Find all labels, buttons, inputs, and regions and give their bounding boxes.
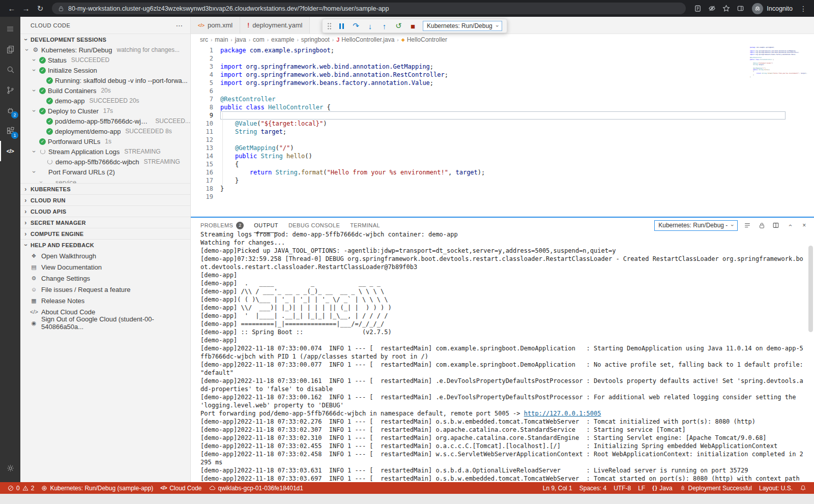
line-number: 19 <box>191 193 213 201</box>
help-item[interactable]: ▤View Documentation <box>20 261 190 273</box>
gcp-project-status[interactable]: qwiklabs-gcp-01-036fe18401d1 <box>206 482 307 494</box>
step-over-button[interactable]: ↷ <box>352 21 360 31</box>
deployment-status[interactable]: Deployment Successful <box>676 485 755 492</box>
tree-item[interactable]: ›✓Initialize Session <box>20 65 190 75</box>
tree-item[interactable]: ›service <box>20 177 190 183</box>
extensions-badge: 1 <box>11 132 18 139</box>
close-panel-icon[interactable]: × <box>800 221 809 230</box>
explorer-icon[interactable] <box>0 39 20 60</box>
tree-item[interactable]: ✓Portforward URLs1s <box>20 136 190 146</box>
tree-item[interactable]: ›⚙Kubernetes: Run/Debugwatching for chan… <box>20 45 190 55</box>
tree-item[interactable]: ›✓StatusSUCCEEDED <box>20 55 190 65</box>
panel-scrollbar-thumb[interactable] <box>808 246 813 332</box>
section-development-sessions[interactable]: › DEVELOPMENT SESSIONS <box>20 34 190 45</box>
tree-item[interactable]: ›✓Build Containers20s <box>20 85 190 96</box>
tree-item[interactable]: ✓pod/demo-app-5ffb7666dc-wjbchSUCCEED... <box>20 116 190 126</box>
breadcrumb-item[interactable]: java <box>235 36 246 43</box>
tree-item[interactable]: ›Port Forward URLs (2) <box>20 167 190 177</box>
sidebar-section-cloud-apis[interactable]: ›CLOUD APIS <box>20 205 190 217</box>
cursor-position[interactable]: Ln 9, Col 1 <box>539 485 576 492</box>
breadcrumb-item[interactable]: springboot <box>301 36 330 43</box>
eol-status[interactable]: LF <box>634 485 649 492</box>
pause-button[interactable] <box>337 23 346 29</box>
run-debug-icon[interactable]: 2 <box>0 100 20 121</box>
settings-gear-icon[interactable] <box>0 458 20 478</box>
encoding-status[interactable]: UTF-8 <box>610 485 634 492</box>
reload-button[interactable]: ↻ <box>34 2 47 15</box>
more-actions-icon[interactable]: ⋯ <box>176 21 184 29</box>
breadcrumb-item[interactable]: src <box>200 36 208 43</box>
debug-profile-select[interactable]: Kubernetes: Run/Debug › <box>423 21 502 31</box>
clipboard-icon[interactable] <box>691 2 704 15</box>
forward-button[interactable]: → <box>19 2 33 15</box>
breadcrumb-item[interactable]: main <box>215 36 228 43</box>
help-item[interactable]: ▦Release Notes <box>20 295 190 306</box>
tree-item[interactable]: ✓demo-appSUCCEEDED 20s <box>20 96 190 106</box>
chevron-down-icon: › <box>22 242 30 248</box>
code-line: public class HelloController { <box>220 103 814 111</box>
tab-deployment.yaml[interactable]: !deployment.yaml <box>240 17 310 34</box>
split-panel-icon[interactable] <box>771 221 780 230</box>
code-token <box>257 128 260 135</box>
tree-item[interactable]: ✓Running: skaffold debug -v info --port-… <box>20 75 190 85</box>
output-channel-select[interactable]: Kubernetes: Run/Debug - › <box>654 220 738 231</box>
address-bar[interactable]: 80-my-workstation.cluster-ug6zlz43wzeksw… <box>52 3 686 14</box>
problems-status[interactable]: 0 2 <box>4 482 38 494</box>
cloud-code-status[interactable]: </> Cloud Code <box>157 482 205 494</box>
tree-item[interactable]: demo-app-5ffb7666dc-wjbchSTREAMING <box>20 157 190 167</box>
sidebar-section-cloud-run[interactable]: ›CLOUD RUN <box>20 194 190 205</box>
extensions-icon[interactable]: 1 <box>0 121 20 141</box>
maximize-panel-icon[interactable]: › <box>786 221 795 230</box>
breadcrumb-item[interactable]: com <box>253 36 265 43</box>
restart-button[interactable]: ↺ <box>394 21 403 31</box>
tree-item[interactable]: ›Stream Application LogsSTREAMING <box>20 146 190 157</box>
code-token: @RestController <box>220 96 275 103</box>
breadcrumb-item[interactable]: JHelloController.java <box>336 36 394 43</box>
sidebar-section-kubernetes[interactable]: ›KUBERNETES <box>20 183 190 194</box>
search-icon[interactable] <box>0 60 20 80</box>
sidebar-section-secret-manager[interactable]: ›SECRET MANAGER <box>20 217 190 228</box>
step-into-button[interactable]: ↓ <box>366 22 374 31</box>
source-control-icon[interactable] <box>0 80 20 100</box>
section-help-and-feedback[interactable]: › HELP AND FEEDBACK <box>20 239 190 250</box>
code-editor[interactable]: 12345678910111213141516171819 package co… <box>191 45 814 217</box>
language-status[interactable]: { } Java <box>649 485 676 492</box>
step-out-button[interactable]: ↑ <box>380 22 389 31</box>
incognito-profile[interactable]: Incognito <box>748 3 797 14</box>
notifications-bell-icon[interactable] <box>796 485 810 491</box>
tree-item[interactable]: ✓deployment/demo-appSUCCEEDED 8s <box>20 126 190 136</box>
clear-output-icon[interactable] <box>743 221 752 230</box>
sidebar-section-compute-engine[interactable]: ›COMPUTE ENGINE <box>20 228 190 239</box>
menu-icon[interactable] <box>0 19 20 39</box>
help-item[interactable]: ☺File issues / Request a feature <box>20 284 190 295</box>
back-button[interactable]: ← <box>5 2 18 15</box>
tree-item-status: STREAMING <box>124 148 160 155</box>
indentation-status[interactable]: Spaces: 4 <box>576 485 610 492</box>
tree-item-label: service <box>55 179 76 184</box>
chevron-down-icon: › <box>31 57 38 64</box>
code-token: } <box>220 185 224 192</box>
output-log[interactable]: Streaming logs from pod: demo-app-5ffb76… <box>191 230 814 482</box>
kubernetes-status[interactable]: Kubernetes: Run/Debug (sample-app) <box>38 482 157 494</box>
browser-menu-kebab-icon[interactable]: ⋮ <box>798 5 809 13</box>
breadcrumb-item[interactable]: ◆HelloController <box>401 36 447 43</box>
bookmark-star-icon[interactable] <box>719 2 733 15</box>
drag-handle[interactable] <box>327 22 332 30</box>
eye-off-icon[interactable] <box>705 2 718 15</box>
cloud-code-icon[interactable]: </> <box>0 141 20 161</box>
tree-item[interactable]: ›✓Deploy to Cluster17s <box>20 106 190 116</box>
log-line: Streaming logs from pod: demo-app-5ffb76… <box>200 230 807 239</box>
help-item[interactable]: ⚙Change Settings <box>20 273 190 284</box>
stop-button[interactable]: ■ <box>409 22 417 31</box>
side-panel-icon[interactable] <box>734 2 747 15</box>
code-line <box>220 87 814 95</box>
help-item[interactable]: ◉Sign Out of Google Cloud (student-00-54… <box>20 317 190 329</box>
breadcrumb-item[interactable]: example <box>271 36 294 43</box>
lock-scroll-icon[interactable] <box>757 221 766 230</box>
keyboard-layout-status[interactable]: Layout: U.S. <box>755 485 796 492</box>
help-item[interactable]: ❖Open Walkthrough <box>20 250 190 261</box>
log-url-link[interactable]: http://127.0.0.1:5005 <box>524 410 601 417</box>
log-line: [demo-app] ' |____| .__|_| |_|_| |_\__, … <box>200 312 807 320</box>
tab-pom.xml[interactable]: </>pom.xml <box>191 17 240 34</box>
section-title: HELP AND FEEDBACK <box>31 242 94 248</box>
